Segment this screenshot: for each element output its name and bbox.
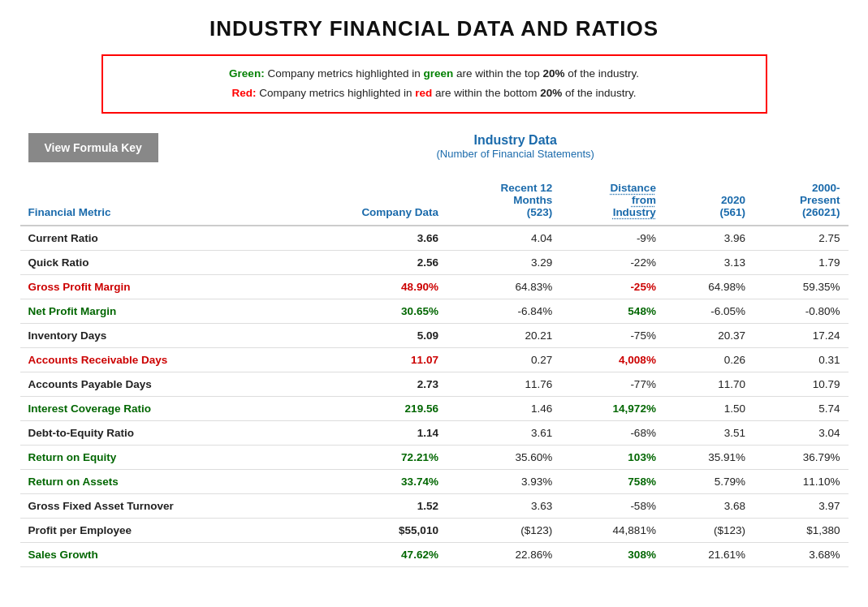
distance-value: 4,008% (560, 347, 664, 372)
recent-12-value: 3.61 (447, 420, 560, 445)
col-header-metric: Financial Metric (20, 175, 291, 226)
industry-data-title: Industry Data (191, 133, 840, 148)
distance-value: 308% (560, 542, 664, 566)
table-row: Sales Growth47.62%22.86%308%21.61%3.68% (20, 542, 849, 566)
recent-12-value: 64.83% (447, 274, 560, 299)
company-data-value: 2.56 (291, 250, 447, 274)
legend-red-word: red (415, 87, 432, 99)
recent-12-value: 0.27 (447, 347, 560, 372)
historical-value: 17.24 (754, 323, 848, 347)
historical-value: 11.10% (754, 469, 848, 493)
metric-name: Gross Profit Margin (20, 274, 291, 299)
historical-value: 3.04 (754, 420, 848, 445)
year-2020-value: 0.26 (664, 347, 754, 372)
recent-12-value: 22.86% (447, 542, 560, 566)
distance-value: -22% (560, 250, 664, 274)
legend-green-text2: are within the top (453, 67, 542, 80)
metric-name: Interest Coverage Ratio (20, 396, 291, 420)
page-title: INDUSTRY FINANCIAL DATA AND RATIOS (16, 16, 852, 41)
distance-value: 548% (560, 299, 664, 323)
company-data-value: 33.74% (291, 469, 447, 493)
col-header-distance: DistancefromIndustry (560, 175, 664, 226)
industry-data-header: Industry Data (Number of Financial State… (191, 133, 840, 160)
metric-name: Accounts Receivable Days (20, 347, 291, 372)
industry-data-subtitle: (Number of Financial Statements) (191, 148, 840, 160)
table-row: Accounts Receivable Days11.070.274,008%0… (20, 347, 849, 372)
distance-value: -9% (560, 226, 664, 251)
distance-value: -68% (560, 420, 664, 445)
metric-name: Profit per Employee (20, 518, 291, 542)
historical-value: 3.97 (754, 493, 848, 518)
legend-red-text3: of the industry. (562, 87, 636, 99)
year-2020-value: 5.79% (664, 469, 754, 493)
distance-value: -25% (560, 274, 664, 299)
company-data-value: 1.52 (291, 493, 447, 518)
metric-name: Net Profit Margin (20, 299, 291, 323)
distance-value: 14,972% (560, 396, 664, 420)
col-header-recent: Recent 12Months(523) (447, 175, 560, 226)
table-row: Debt-to-Equity Ratio1.143.61-68%3.513.04 (20, 420, 849, 445)
legend-red-pct: 20% (540, 87, 562, 99)
historical-value: 5.74 (754, 396, 848, 420)
year-2020-value: 64.98% (664, 274, 754, 299)
year-2020-value: 3.51 (664, 420, 754, 445)
metric-name: Current Ratio (20, 226, 291, 251)
company-data-value: 219.56 (291, 396, 447, 420)
legend-green-label: Green: (229, 67, 265, 80)
year-2020-value: 35.91% (664, 445, 754, 469)
company-data-value: 11.07 (291, 347, 447, 372)
table-row: Inventory Days5.0920.21-75%20.3717.24 (20, 323, 849, 347)
table-row: Interest Coverage Ratio219.561.4614,972%… (20, 396, 849, 420)
table-row: Net Profit Margin30.65%-6.84%548%-6.05%-… (20, 299, 849, 323)
recent-12-value: ($123) (447, 518, 560, 542)
table-row: Gross Profit Margin48.90%64.83%-25%64.98… (20, 274, 849, 299)
legend-box: Green: Company metrics highlighted in gr… (101, 54, 767, 114)
col-header-historical: 2000-Present(26021) (754, 175, 848, 226)
table-row: Gross Fixed Asset Turnover1.523.63-58%3.… (20, 493, 849, 518)
col-header-company: Company Data (291, 175, 447, 226)
historical-value: 36.79% (754, 445, 848, 469)
distance-value: 103% (560, 445, 664, 469)
metric-name: Accounts Payable Days (20, 372, 291, 396)
company-data-value: 1.14 (291, 420, 447, 445)
company-data-value: 72.21% (291, 445, 447, 469)
table-row: Quick Ratio2.563.29-22%3.131.79 (20, 250, 849, 274)
legend-green-pct: 20% (543, 67, 565, 80)
historical-value: 1.79 (754, 250, 848, 274)
year-2020-value: 21.61% (664, 542, 754, 566)
top-section: View Formula Key Industry Data (Number o… (28, 133, 840, 162)
metric-name: Quick Ratio (20, 250, 291, 274)
historical-value: $1,380 (754, 518, 848, 542)
recent-12-value: 1.46 (447, 396, 560, 420)
year-2020-value: ($123) (664, 518, 754, 542)
view-formula-key-button[interactable]: View Formula Key (28, 133, 158, 162)
recent-12-value: 20.21 (447, 323, 560, 347)
distance-value: -77% (560, 372, 664, 396)
metric-name: Gross Fixed Asset Turnover (20, 493, 291, 518)
year-2020-value: 3.96 (664, 226, 754, 251)
historical-value: 10.79 (754, 372, 848, 396)
table-row: Return on Equity72.21%35.60%103%35.91%36… (20, 445, 849, 469)
table-row: Current Ratio3.664.04-9%3.962.75 (20, 226, 849, 251)
year-2020-value: 11.70 (664, 372, 754, 396)
company-data-value: 30.65% (291, 299, 447, 323)
recent-12-value: 3.93% (447, 469, 560, 493)
recent-12-value: 3.63 (447, 493, 560, 518)
company-data-value: 48.90% (291, 274, 447, 299)
col-header-2020: 2020(561) (664, 175, 754, 226)
year-2020-value: -6.05% (664, 299, 754, 323)
recent-12-value: 11.76 (447, 372, 560, 396)
legend-red-label: Red: (231, 87, 256, 99)
legend-green-word: green (423, 67, 453, 80)
recent-12-value: 4.04 (447, 226, 560, 251)
legend-red-text1: Company metrics highlighted in (256, 87, 415, 99)
table-row: Accounts Payable Days2.7311.76-77%11.701… (20, 372, 849, 396)
year-2020-value: 20.37 (664, 323, 754, 347)
distance-value: -75% (560, 323, 664, 347)
company-data-value: $55,010 (291, 518, 447, 542)
metric-name: Inventory Days (20, 323, 291, 347)
recent-12-value: 3.29 (447, 250, 560, 274)
company-data-value: 2.73 (291, 372, 447, 396)
recent-12-value: 35.60% (447, 445, 560, 469)
company-data-value: 5.09 (291, 323, 447, 347)
